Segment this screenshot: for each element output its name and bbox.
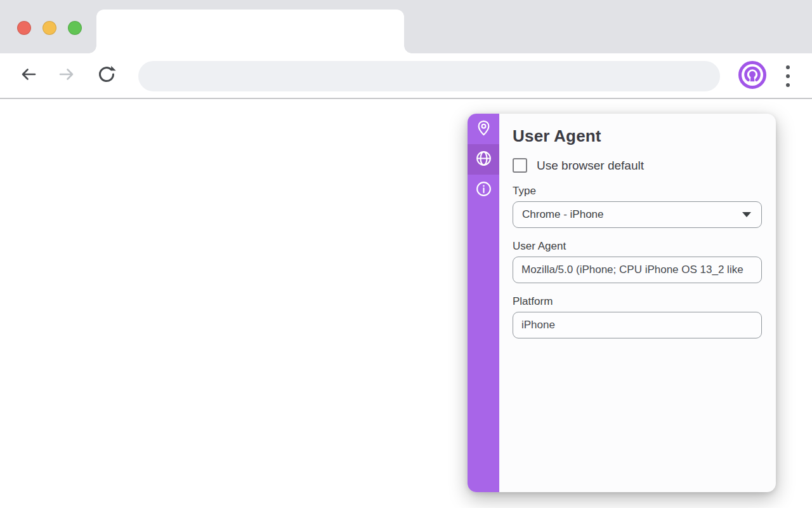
privacy-extension-logo-icon <box>737 60 768 93</box>
sidebar-item-user-agent[interactable] <box>468 144 499 175</box>
popup-sidebar <box>468 114 499 492</box>
reload-button[interactable] <box>93 62 121 90</box>
kebab-menu-icon <box>786 65 790 69</box>
platform-label: Platform <box>513 295 762 307</box>
browser-menu-button[interactable] <box>779 61 797 91</box>
address-bar[interactable] <box>138 61 720 91</box>
sidebar-item-info[interactable] <box>468 175 499 205</box>
sidebar-item-location[interactable] <box>468 114 499 144</box>
info-icon <box>475 180 492 200</box>
globe-icon <box>475 150 492 170</box>
browser-topbar <box>0 0 812 53</box>
checkbox-label: Use browser default <box>537 159 644 173</box>
close-window-button[interactable] <box>17 21 31 35</box>
extension-popup: User Agent Use browser default Type Chro… <box>468 114 776 492</box>
page-title: User Agent <box>513 126 762 145</box>
minimize-window-button[interactable] <box>43 21 56 35</box>
back-arrow-icon <box>19 65 37 86</box>
use-browser-default-checkbox[interactable] <box>513 158 527 173</box>
user-agent-label: User Agent <box>513 240 762 252</box>
type-select[interactable]: Chrome - iPhone <box>513 201 762 228</box>
use-browser-default-checkbox-row[interactable]: Use browser default <box>513 158 762 173</box>
window-controls <box>17 21 82 35</box>
forward-button[interactable] <box>53 62 81 90</box>
location-pin-icon <box>475 119 492 139</box>
chevron-down-icon <box>742 212 751 217</box>
browser-tab[interactable] <box>96 10 404 53</box>
extension-button[interactable] <box>736 60 769 93</box>
user-agent-input[interactable] <box>513 257 762 283</box>
reload-icon <box>97 65 116 86</box>
back-button[interactable] <box>14 62 42 90</box>
forward-arrow-icon <box>58 65 76 86</box>
maximize-window-button[interactable] <box>68 21 82 35</box>
type-select-value: Chrome - iPhone <box>522 208 742 221</box>
type-label: Type <box>513 185 762 197</box>
platform-input[interactable] <box>513 312 762 338</box>
popup-content: User Agent Use browser default Type Chro… <box>499 114 776 492</box>
